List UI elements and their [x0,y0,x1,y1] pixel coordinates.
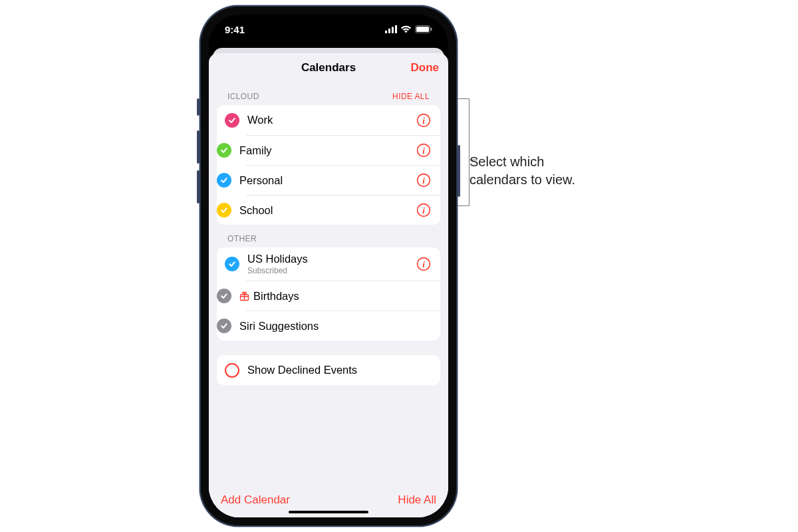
svg-text:i: i [422,176,425,186]
hide-all-button[interactable]: Hide All [398,493,436,507]
callout-bracket [458,98,469,206]
phone-frame: 9:41 Calendars Done ICLOUD HIDE ALL [200,5,458,527]
calendar-row-siri-suggestions[interactable]: Siri Suggestions [246,311,440,340]
calendar-label: Personal [239,174,411,187]
calendar-row-work[interactable]: Work i [217,105,440,135]
svg-rect-1 [388,29,390,33]
svg-text:i: i [422,205,425,215]
wifi-icon [400,25,412,33]
cellular-icon [385,25,397,33]
checkmark-icon[interactable] [217,289,231,303]
calendar-sublabel: Subscribed [247,266,411,275]
calendars-sheet: Calendars Done ICLOUD HIDE ALL Work i [209,53,448,517]
svg-rect-2 [392,27,394,34]
volume-up-button [197,130,200,164]
calendar-label: Work [247,114,411,126]
section-title-other: OTHER [227,234,257,243]
checkmark-icon[interactable] [217,173,231,188]
section-header-other: OTHER [209,225,448,247]
callout-text: Select which calendars to view. [469,153,575,189]
calendar-row-us-holidays[interactable]: US Holidays Subscribed i [217,247,440,281]
checkmark-icon[interactable] [217,319,231,333]
home-indicator [289,511,368,513]
svg-rect-5 [416,27,429,32]
unchecked-circle-icon[interactable] [225,363,239,378]
battery-icon [415,25,432,33]
calendar-label: Birthdays [253,290,432,303]
add-calendar-button[interactable]: Add Calendar [221,493,290,507]
svg-text:i: i [422,115,425,125]
icloud-group: Work i Family i Personal [217,105,440,225]
svg-text:i: i [422,146,425,156]
status-time: 9:41 [225,24,245,35]
calendar-label: US Holidays [247,253,411,265]
calendar-row-personal[interactable]: Personal i [246,165,440,195]
svg-rect-6 [431,28,432,31]
checkmark-icon[interactable] [217,203,231,217]
info-icon[interactable]: i [416,203,431,217]
calendar-label: School [239,204,411,217]
screen: 9:41 Calendars Done ICLOUD HIDE ALL [209,15,448,517]
done-button[interactable]: Done [411,53,440,82]
sheet-title: Calendars [301,61,356,74]
svg-text:i: i [422,259,425,269]
checkmark-icon[interactable] [217,143,231,158]
calendar-row-family[interactable]: Family i [246,135,440,165]
calendar-row-school[interactable]: School i [246,195,440,225]
notch [279,15,378,33]
callout-line-1: Select which [469,154,544,169]
section-title-icloud: ICLOUD [227,92,259,101]
checkmark-icon[interactable] [225,113,239,128]
sheet-header: Calendars Done [209,53,448,82]
other-group: US Holidays Subscribed i Birthdays [217,247,440,340]
info-icon[interactable]: i [416,143,431,158]
svg-rect-0 [385,31,387,33]
calendar-row-birthdays[interactable]: Birthdays [246,281,440,311]
calendar-label: Siri Suggestions [239,320,432,332]
callout-line-2: calendars to view. [469,172,575,187]
section-header-icloud: ICLOUD HIDE ALL [209,82,448,105]
gift-icon [239,291,249,301]
info-icon[interactable]: i [416,257,431,271]
volume-down-button [197,170,200,203]
sheet-content: ICLOUD HIDE ALL Work i [209,82,448,517]
show-declined-row[interactable]: Show Declined Events [217,355,440,385]
hide-all-icloud-button[interactable]: HIDE ALL [392,92,430,101]
info-icon[interactable]: i [416,113,431,128]
show-declined-label: Show Declined Events [247,364,432,376]
info-icon[interactable]: i [416,173,431,188]
svg-rect-3 [395,25,397,33]
calendar-label: Family [239,144,411,157]
checkmark-icon[interactable] [225,257,239,271]
declined-group: Show Declined Events [217,355,440,385]
silent-switch [197,98,200,116]
